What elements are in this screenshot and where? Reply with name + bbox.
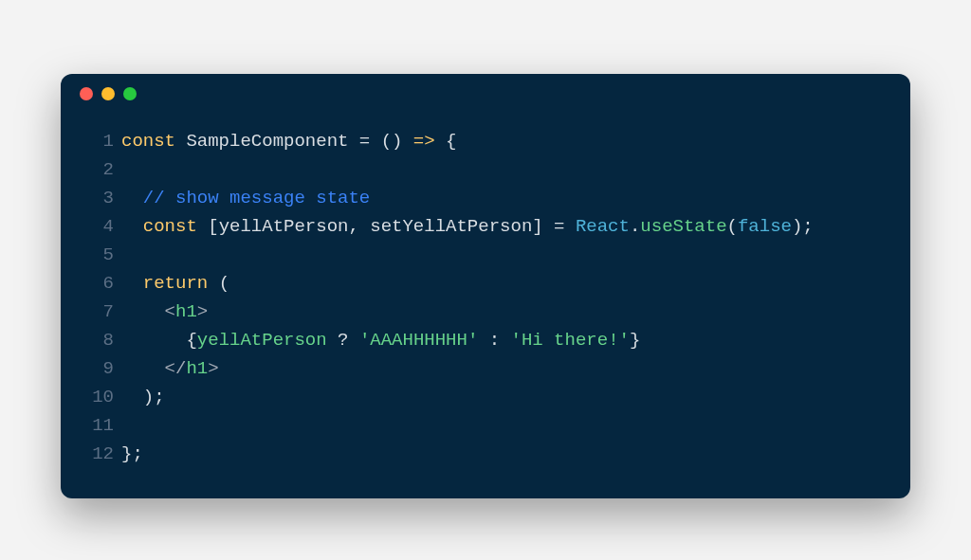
line-content: // show message state [121,184,889,212]
traffic-light-zoom-icon[interactable] [123,87,137,100]
line-content [121,411,889,440]
line-number: 3 [82,184,114,212]
code-line: 9 </h1> [82,354,889,383]
code-token: [yellAtPerson, setYellAtPerson] = [197,216,576,237]
code-line: 5 [82,241,889,269]
code-token: ); [121,387,165,407]
code-token: h1 [186,358,208,379]
code-token [121,301,165,322]
line-number: 9 [82,354,114,383]
code-line: 10 ); [82,383,889,411]
code-line: 3 // show message state [82,184,889,212]
code-token: > [197,301,208,322]
line-number: 5 [82,241,114,269]
line-content: ); [121,383,889,411]
line-content: <h1> [121,298,889,326]
code-token: } [630,330,640,351]
traffic-light-close-icon[interactable] [80,87,93,100]
code-token: React [576,216,630,237]
code-token: => [413,131,435,152]
code-line: 4 const [yellAtPerson, setYellAtPerson] … [82,212,889,241]
code-token [121,358,165,379]
line-content [121,155,889,184]
line-content: return ( [121,269,889,298]
code-token: . [630,216,640,237]
line-number: 4 [82,212,114,241]
code-token: ? [327,330,359,351]
line-number: 10 [82,383,114,411]
code-token: false [738,216,792,237]
code-token: const [143,216,197,237]
code-line: 7 <h1> [82,298,889,326]
line-number: 1 [82,127,114,155]
code-token: ( [727,216,738,237]
code-line: 6 return ( [82,269,889,298]
code-line: 2 [82,155,889,184]
code-token: { [435,131,457,152]
window-titlebar [61,74,910,114]
line-content: const [yellAtPerson, setYellAtPerson] = … [121,212,889,241]
traffic-light-minimize-icon[interactable] [101,87,115,100]
code-token: return [143,273,208,294]
line-number: 6 [82,269,114,298]
code-token: h1 [175,301,197,322]
line-number: 8 [82,326,114,354]
code-token: }; [121,443,143,464]
code-token: SampleComponent = () [175,131,413,152]
code-token: useState [640,216,726,237]
line-number: 7 [82,298,114,326]
line-number: 12 [82,440,114,468]
code-token: < [165,301,175,322]
code-line: 11 [82,411,889,440]
code-token: 'AAAHHHHHH' [359,330,478,351]
line-number: 11 [82,411,114,440]
code-token: const [121,131,175,152]
code-line: 1const SampleComponent = () => { [82,127,889,155]
line-number: 2 [82,155,114,184]
code-line: 12}; [82,440,889,468]
code-token [121,188,143,208]
code-token: > [208,358,218,379]
line-content: }; [121,440,889,468]
code-window: 1const SampleComponent = () => {23 // sh… [61,74,910,498]
code-token [121,273,143,294]
code-token: yellAtPerson [197,330,327,351]
code-line: 8 {yellAtPerson ? 'AAAHHHHHH' : 'Hi ther… [82,326,889,354]
code-token [121,216,143,237]
code-token: // show message state [143,188,370,208]
code-token: { [121,330,197,351]
code-token: 'Hi there!' [511,330,630,351]
code-token: </ [165,358,187,379]
line-content [121,241,889,269]
line-content: </h1> [121,354,889,383]
code-token: ( [208,273,229,294]
line-content: const SampleComponent = () => { [121,127,889,155]
code-token: : [478,330,510,351]
canvas: 1const SampleComponent = () => {23 // sh… [0,0,971,560]
code-block: 1const SampleComponent = () => {23 // sh… [61,114,910,468]
line-content: {yellAtPerson ? 'AAAHHHHHH' : 'Hi there!… [121,326,889,354]
code-token: ); [792,216,814,237]
